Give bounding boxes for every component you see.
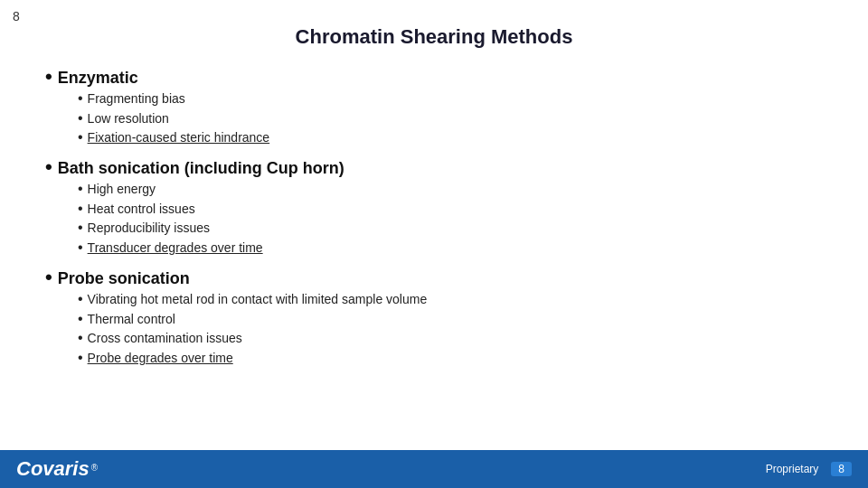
list-item-text: Transducer degrades over time [88,239,263,258]
list-item-text: Cross contamination issues [88,329,242,349]
list-item-text: Low resolution [88,109,169,129]
sub-list-enzymatic: •Fragmenting bias•Low resolution•Fixatio… [45,89,823,148]
sub-bullet-icon: • [78,182,83,196]
section-bath-sonication: •Bath sonication (including Cup horn)•Hi… [45,157,823,258]
sub-bullet-icon: • [78,221,83,235]
list-item-text: High energy [88,180,156,200]
sub-bullet-icon: • [78,351,83,365]
list-item: •Probe degrades over time [78,349,823,369]
list-item-text: Fixation-caused steric hindrance [88,128,270,148]
page-number: 8 [13,9,20,23]
sub-bullet-icon: • [78,240,83,255]
footer-page-number: 8 [831,462,852,476]
list-item: •Transducer degrades over time [78,239,823,258]
section-header-probe-sonication: •Probe sonication [45,267,823,288]
list-item: •Thermal control [78,310,823,330]
list-item: •High energy [78,180,823,200]
section-header-text: Bath sonication (including Cup horn) [58,159,344,178]
list-item: •Fragmenting bias [78,89,823,109]
sub-bullet-icon: • [78,91,83,106]
list-item-text: Vibrating hot metal rod in contact with … [88,290,428,310]
sub-list-probe-sonication: •Vibrating hot metal rod in contact with… [45,290,823,369]
sub-bullet-icon: • [78,202,83,216]
logo-registered: ® [91,463,98,473]
bullet-icon: • [45,67,52,87]
list-item: •Reproducibility issues [78,219,823,239]
section-probe-sonication: •Probe sonication•Vibrating hot metal ro… [45,267,823,369]
list-item: •Heat control issues [78,200,823,220]
list-item: •Fixation-caused steric hindrance [78,128,823,148]
list-item-text: Heat control issues [88,200,195,220]
footer: Covaris ® Proprietary 8 [0,450,868,488]
sub-bullet-icon: • [78,111,83,126]
sub-bullet-icon: • [78,312,83,326]
list-item: •Low resolution [78,109,823,129]
logo-text: Covaris [16,457,90,481]
section-header-text: Enzymatic [58,69,138,88]
sub-bullet-icon: • [78,130,83,145]
list-item: •Cross contamination issues [78,329,823,349]
list-item-text: Thermal control [88,310,175,330]
section-header-bath-sonication: •Bath sonication (including Cup horn) [45,157,823,178]
sub-bullet-icon: • [78,331,83,345]
list-item-text: Reproducibility issues [88,219,210,239]
list-item: •Vibrating hot metal rod in contact with… [78,290,823,310]
footer-right: Proprietary 8 [766,462,852,476]
company-logo: Covaris ® [16,457,98,481]
proprietary-label: Proprietary [766,463,819,475]
list-item-text: Probe degrades over time [88,349,233,369]
sub-list-bath-sonication: •High energy•Heat control issues•Reprodu… [45,180,823,258]
content-area: •Enzymatic•Fragmenting bias•Low resoluti… [0,58,868,369]
section-header-enzymatic: •Enzymatic [45,67,823,88]
list-item-text: Fragmenting bias [88,89,185,109]
bullet-icon: • [45,267,52,287]
slide-title: Chromatin Shearing Methods [0,0,868,58]
section-enzymatic: •Enzymatic•Fragmenting bias•Low resoluti… [45,67,823,148]
bullet-icon: • [45,157,52,177]
sub-bullet-icon: • [78,292,83,306]
section-header-text: Probe sonication [58,269,190,288]
